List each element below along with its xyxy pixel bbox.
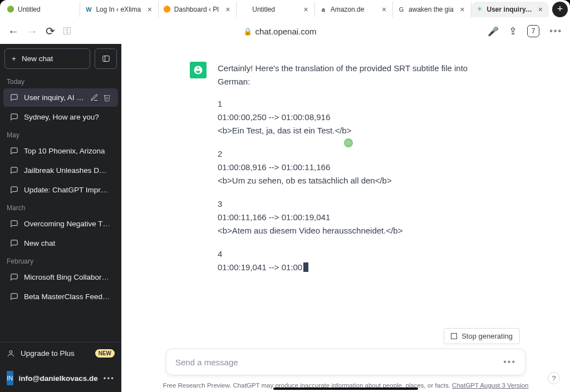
menu-icon[interactable]: •••: [549, 26, 562, 36]
microphone-icon[interactable]: 🎤: [488, 26, 499, 37]
tab-label: Untitled: [252, 6, 298, 13]
key-icon[interactable]: ⚿: [63, 26, 72, 36]
close-icon[interactable]: ×: [380, 5, 388, 14]
tab-2[interactable]: 🟠Dashboard ‹ Pl×: [159, 2, 237, 17]
upgrade-label: Upgrade to Plus: [21, 349, 75, 358]
user-icon: [7, 349, 15, 358]
chat-icon: [10, 273, 18, 281]
chat-icon: [10, 166, 18, 175]
plus-icon: +: [12, 54, 16, 63]
section-february: February: [0, 253, 121, 267]
tab-label: Dashboard ‹ Pl: [174, 6, 220, 13]
tab-label: Log In ‹ eXlima: [96, 6, 142, 13]
close-icon[interactable]: ×: [459, 5, 466, 14]
account-email: info@danielkovacs.de: [19, 374, 98, 383]
chat-main: Certainly! Here's the translation of the…: [121, 44, 570, 392]
close-icon[interactable]: ×: [146, 5, 154, 14]
browser-toolbar: ← → ⟳ ⚿ 🔒 chat.openai.com 🎤 ⇪ 7 •••: [0, 18, 570, 44]
tab-1[interactable]: WLog In ‹ eXlima×: [80, 2, 158, 17]
address-bar[interactable]: 🔒 chat.openai.com: [80, 27, 480, 36]
sidebar: + New chat Today User inquiry, AI respon…: [0, 44, 121, 392]
conversation-item[interactable]: Update: ChatGPT Improvement: [3, 181, 118, 199]
srt-time: 01:00:00,250 --> 01:00:08,916: [218, 111, 502, 124]
new-badge: NEW: [95, 349, 115, 358]
trash-icon[interactable]: [103, 93, 111, 102]
close-icon[interactable]: ×: [224, 5, 232, 14]
conversation-item[interactable]: Top 10 Phoenix, Arizona: [3, 142, 118, 160]
version-link[interactable]: ChatGPT August 3 Version: [452, 382, 528, 389]
chat-scroll[interactable]: Certainly! Here's the translation of the…: [121, 44, 570, 328]
reload-button[interactable]: ⟳: [46, 24, 55, 38]
new-chat-button[interactable]: + New chat: [4, 48, 90, 69]
section-march: March: [0, 200, 121, 214]
conversation-label: Overcoming Negative Thought: [24, 220, 111, 228]
tab-4[interactable]: aAmazon.de×: [315, 2, 393, 17]
forward-button[interactable]: →: [27, 25, 38, 38]
conversation-item[interactable]: Beta MasterClass Feedback Dis: [3, 287, 118, 306]
chat-icon: [10, 93, 18, 102]
tab-0[interactable]: 🟢Untitled: [2, 2, 80, 17]
help-button[interactable]: ?: [548, 372, 560, 384]
srt-block-3: 3 01:00:11,166 --> 01:00:19,041 <b>Atem …: [218, 197, 502, 237]
srt-block-2: 2 01:00:08,916 --> 01:00:11,166 <b>Um zu…: [218, 147, 502, 187]
cursor-icon: [303, 262, 308, 272]
chatgpt-avatar-icon: [190, 62, 207, 78]
conversation-label: Top 10 Phoenix, Arizona: [24, 147, 111, 155]
back-button[interactable]: ←: [8, 25, 19, 38]
panel-icon: [102, 54, 110, 63]
conversation-label: Microsoft Bing Collaboration.: [24, 273, 111, 281]
favicon-icon: W: [85, 6, 92, 13]
conversation-item[interactable]: New chat: [3, 234, 118, 252]
tab-5[interactable]: Gawaken the gia×: [393, 2, 471, 17]
share-icon[interactable]: ⇪: [509, 25, 517, 37]
conversation-label: Sydney, How are you?: [24, 113, 111, 121]
srt-block-4: 4 01:00:19,041 --> 01:00: [218, 247, 502, 274]
lock-icon: 🔒: [243, 27, 252, 36]
message-input[interactable]: [175, 358, 503, 367]
stop-generating-button[interactable]: Stop generating: [444, 328, 520, 344]
avatar: IN: [7, 371, 13, 385]
account-menu[interactable]: IN info@danielkovacs.de •••: [0, 364, 121, 392]
input-more-icon[interactable]: •••: [503, 357, 516, 367]
message-input-container[interactable]: •••: [166, 349, 525, 375]
toggle-sidebar-button[interactable]: [95, 48, 117, 69]
upgrade-button[interactable]: Upgrade to Plus NEW: [0, 343, 121, 364]
chat-icon: [10, 292, 18, 301]
conversation-item[interactable]: Overcoming Negative Thought: [3, 215, 118, 233]
chat-icon: [10, 220, 18, 228]
tab-label: Amazon.de: [331, 6, 377, 13]
svg-rect-0: [102, 56, 109, 62]
srt-index: 2: [218, 147, 502, 161]
tab-6[interactable]: ✳User inquiry, A×: [471, 2, 549, 17]
tab-3[interactable]: Untitled×: [237, 2, 315, 17]
conversation-item[interactable]: Sydney, How are you?: [3, 108, 118, 126]
stop-label: Stop generating: [461, 332, 513, 340]
message-body: Certainly! Here's the translation of the…: [218, 62, 502, 322]
srt-block-1: 1 01:00:00,250 --> 01:00:08,916 <b>Ein T…: [218, 97, 502, 137]
conversation-label: New chat: [24, 239, 111, 247]
section-today: Today: [0, 73, 121, 88]
edit-icon[interactable]: [90, 93, 99, 102]
more-icon[interactable]: •••: [104, 374, 115, 383]
conversation-label: Update: ChatGPT Improvement: [24, 186, 111, 194]
tab-label: User inquiry, A: [487, 6, 533, 13]
close-icon[interactable]: ×: [537, 5, 544, 14]
conversation-item[interactable]: Microsoft Bing Collaboration.: [3, 268, 118, 286]
conversation-item[interactable]: User inquiry, AI response: [3, 88, 118, 107]
srt-text: <b>Atem aus diesem Video herausschneidet…: [218, 224, 502, 237]
favicon-icon: 🟢: [7, 6, 14, 13]
conversation-label: User inquiry, AI response: [24, 93, 85, 102]
conversation-label: Beta MasterClass Feedback Dis: [24, 292, 111, 301]
close-icon[interactable]: ×: [302, 5, 310, 14]
conversation-label: Jailbreak Unleashes DAN Power: [24, 166, 111, 175]
conversation-item[interactable]: Jailbreak Unleashes DAN Power: [3, 161, 118, 180]
tab-count-button[interactable]: 7: [527, 25, 539, 37]
favicon-icon: G: [397, 6, 405, 13]
svg-point-2: [9, 351, 12, 354]
favicon-icon: a: [320, 6, 327, 13]
srt-index: 3: [218, 197, 502, 211]
section-may: May: [0, 127, 121, 141]
srt-time: 01:00:08,916 --> 01:00:11,166: [218, 161, 502, 174]
new-tab-button[interactable]: +: [552, 2, 568, 17]
srt-index: 1: [218, 97, 502, 111]
